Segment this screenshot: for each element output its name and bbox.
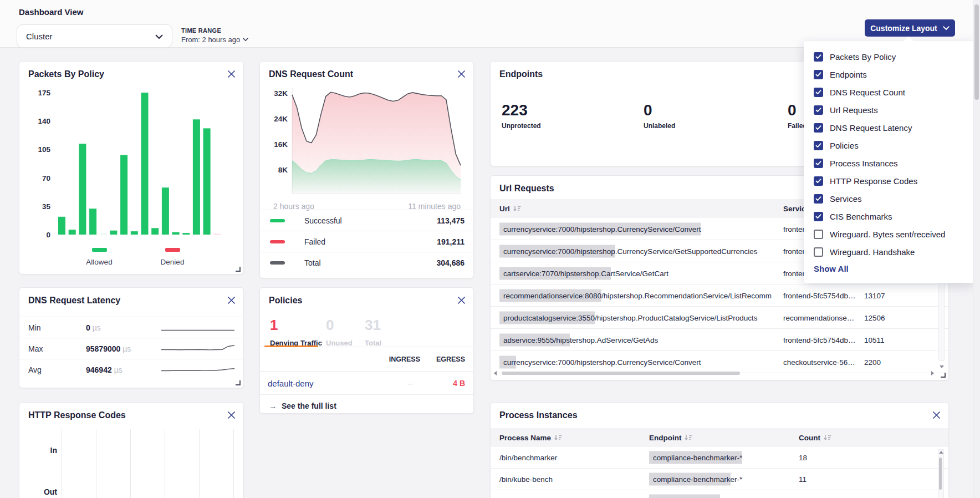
page-scrollbar[interactable] <box>973 0 980 498</box>
table-row[interactable]: benchmarkercompliance-benchmarker-*9 <box>491 490 948 498</box>
customize-layout-button[interactable]: Customize Layout <box>865 19 955 37</box>
process-name-column-header[interactable]: Process Name <box>499 428 562 447</box>
scrollbar-thumb[interactable] <box>502 372 740 375</box>
policy-name-link[interactable]: default-deny <box>268 378 314 388</box>
chevron-down-icon <box>243 38 248 42</box>
panel-checkbox-item[interactable]: Process Instances <box>804 154 974 172</box>
active-tab-indicator <box>264 345 318 347</box>
scroll-left-arrow-icon[interactable] <box>494 371 497 375</box>
resize-handle[interactable] <box>236 267 241 272</box>
scroll-down-arrow-icon[interactable] <box>940 365 944 368</box>
table-row[interactable]: /bin/benchmarkercompliance-benchmarker-*… <box>491 447 948 469</box>
url-highlight: curr <box>499 355 516 368</box>
table-row[interactable]: adservice:9555/hipstershop.AdService/Get… <box>491 329 948 351</box>
see-full-list-link[interactable]: → See the full list <box>269 402 336 410</box>
panel-checkbox-item[interactable]: Wireguard. Handshake <box>804 243 974 261</box>
url-column-header[interactable]: Url <box>499 199 521 218</box>
gridline <box>165 429 165 498</box>
panel-checkbox-item[interactable]: Services <box>804 190 974 207</box>
panel-checkbox-item[interactable]: Packets By Policy <box>804 48 974 65</box>
panel-checkbox-item[interactable]: Wireguard. Bytes sent/received <box>804 225 974 243</box>
url-cell: currencyservice:7000/hipstershop.Currenc… <box>499 358 705 366</box>
scroll-up-arrow-icon[interactable] <box>939 451 943 454</box>
endpoint-column-header[interactable]: Endpoint <box>649 428 692 447</box>
scroll-right-arrow-icon[interactable] <box>931 371 934 375</box>
count-cell: 2200 <box>864 358 881 366</box>
url-rest: /hipstershop.ProductCatalogService/ListP… <box>595 311 761 324</box>
svg-text:70: 70 <box>42 174 50 182</box>
card-title: Process Instances <box>499 410 578 420</box>
process-name-cell: /bin/kube-bench <box>499 475 553 484</box>
see-full-list-label: See the full list <box>282 402 336 410</box>
policy-stat[interactable]: 1Denying Traffic <box>270 318 326 347</box>
service-cell: frontend-5fc5754db… <box>783 291 856 299</box>
svg-text:16K: 16K <box>274 140 288 149</box>
policy-egress-value: 4 B <box>453 379 465 388</box>
checkbox-checked-icon[interactable] <box>814 123 823 133</box>
checkbox-checked-icon[interactable] <box>814 212 823 221</box>
table-row[interactable]: recommendationservice:8080/hipstershop.R… <box>491 284 948 307</box>
url-table-horizontal-scrollbar[interactable] <box>494 370 934 376</box>
checkbox-checked-icon[interactable] <box>814 159 823 168</box>
column-label: Url <box>499 205 510 213</box>
service-cell: frontend-5fc5754db… <box>783 336 856 344</box>
panel-checkbox-item[interactable]: DNS Request Latency <box>804 119 974 136</box>
panel-checkbox-item[interactable]: HTTP Response Codes <box>804 172 974 190</box>
svg-text:32K: 32K <box>274 89 288 98</box>
close-icon[interactable] <box>227 296 236 304</box>
policy-stat[interactable]: 0Unused <box>326 318 365 347</box>
latency-unit: µs <box>122 344 131 353</box>
process-table-vertical-scrollbar[interactable] <box>938 449 944 498</box>
table-row[interactable]: /bin/kube-benchcompliance-benchmarker-*1… <box>491 469 948 490</box>
process-table-body: /bin/benchmarkercompliance-benchmarker-*… <box>491 447 948 498</box>
page-scrollbar-thumb[interactable] <box>974 4 979 100</box>
show-all-link[interactable]: Show All <box>814 264 849 273</box>
resize-handle[interactable] <box>941 373 946 378</box>
gridline <box>233 429 234 498</box>
policy-stat[interactable]: 31Total <box>365 318 404 347</box>
resize-handle[interactable] <box>236 380 241 385</box>
table-row[interactable]: currencyservice:7000/hipstershop.Currenc… <box>491 351 948 373</box>
checkbox-unchecked-icon[interactable] <box>814 230 823 239</box>
count-column-header[interactable]: Count <box>799 428 831 447</box>
url-cell: currencyservice:7000/hipstershop.Currenc… <box>499 247 761 255</box>
stat-label: Unlabeled <box>644 122 675 130</box>
checkbox-checked-icon[interactable] <box>814 70 823 79</box>
table-row[interactable]: productcatalogservice:3550/hipstershop.P… <box>491 307 948 329</box>
panel-item-label: DNS Request Count <box>830 88 905 97</box>
close-icon[interactable] <box>932 411 941 419</box>
latency-row: Max95879000µs <box>19 338 243 359</box>
checkbox-checked-icon[interactable] <box>814 176 823 186</box>
latency-sparkline <box>161 322 234 336</box>
close-icon[interactable] <box>457 296 466 304</box>
policy-row[interactable]: default-deny – 4 B <box>260 371 473 395</box>
url-highlight: recommendationservice:8080 <box>499 289 601 302</box>
panel-checkbox-item[interactable]: Policies <box>804 136 974 154</box>
close-icon[interactable] <box>457 70 466 78</box>
page-title: Dashboard View <box>19 7 83 17</box>
checkbox-checked-icon[interactable] <box>814 141 823 150</box>
time-range-value[interactable]: From: 2 hours ago <box>181 35 248 44</box>
svg-text:105: 105 <box>38 145 50 154</box>
checkbox-checked-icon[interactable] <box>814 194 823 204</box>
panel-checkbox-item[interactable]: DNS Request Count <box>804 83 974 101</box>
checkbox-unchecked-icon[interactable] <box>814 247 823 257</box>
view-select[interactable]: Cluster <box>17 24 172 48</box>
gridline <box>130 429 131 498</box>
policy-stat-label: Total <box>365 339 404 347</box>
url-highlight: cartservice:7070/hipstershop.Ca <box>499 267 611 280</box>
policy-ingress-value: – <box>408 379 412 388</box>
latency-value: 0µs <box>86 323 101 332</box>
panel-item-label: Endpoints <box>830 70 867 79</box>
egress-column-header: EGRESS <box>436 355 465 363</box>
panel-checkbox-item[interactable]: Url Requests <box>804 101 974 119</box>
checkbox-checked-icon[interactable] <box>814 88 823 97</box>
panel-checkbox-item[interactable]: CIS Benchmarks <box>804 207 974 225</box>
close-icon[interactable] <box>227 70 236 78</box>
scrollbar-thumb[interactable] <box>939 458 942 490</box>
panel-checkbox-item[interactable]: Endpoints <box>804 65 974 83</box>
checkbox-checked-icon[interactable] <box>814 105 823 115</box>
close-icon[interactable] <box>227 411 236 419</box>
count-cell: 18 <box>799 454 807 462</box>
checkbox-checked-icon[interactable] <box>814 52 823 62</box>
